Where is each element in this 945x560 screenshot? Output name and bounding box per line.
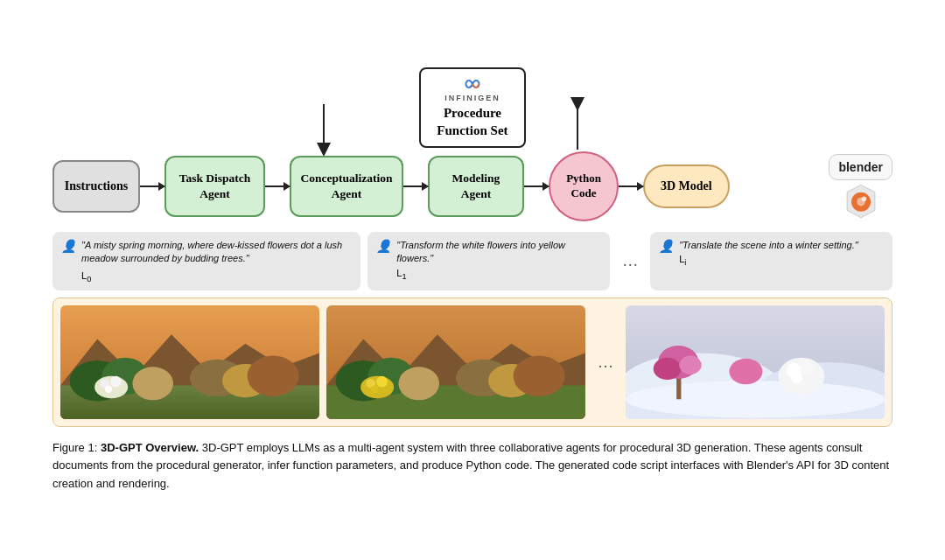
- images-row: …: [52, 298, 892, 427]
- bubble-label-1: L0: [81, 270, 91, 281]
- bubbles-row: 👤 "A misty spring morning, where dew-kis…: [52, 232, 892, 290]
- svg-point-17: [248, 356, 299, 397]
- modeling-node: Modeling Agent: [428, 156, 524, 217]
- flow-wrapper: Instructions Task Dispatch Agent Concept…: [52, 148, 892, 221]
- scene-image-2: [326, 305, 585, 419]
- bubble-3: 👤 "Translate the scene into a winter set…: [650, 232, 892, 290]
- svg-point-26: [376, 376, 388, 388]
- procedure-function-set-box: INFINIGEN Procedure Function Set: [419, 67, 525, 148]
- scene-image-3: [626, 305, 885, 419]
- svg-point-44: [729, 359, 762, 385]
- blender-name: blender: [829, 154, 892, 180]
- bubble-text-2: "Transform the white flowers into yellow…: [396, 240, 565, 263]
- svg-point-14: [105, 386, 112, 393]
- bubble-1: 👤 "A misty spring morning, where dew-kis…: [52, 232, 360, 290]
- svg-point-43: [791, 373, 802, 384]
- arrow-3: [403, 186, 428, 187]
- person-icon-1: 👤: [61, 239, 76, 254]
- svg-point-38: [654, 358, 682, 380]
- proc-line1: Procedure: [437, 105, 508, 122]
- bubble-text-3: "Translate the scene into a winter setti…: [679, 240, 858, 250]
- bubble-label-3: Li: [679, 254, 686, 264]
- infinigen-label: INFINIGEN: [437, 94, 508, 104]
- svg-point-10: [132, 368, 173, 401]
- svg-point-23: [398, 368, 439, 401]
- flow-row: Instructions Task Dispatch Agent Concept…: [52, 148, 892, 221]
- task-dispatch-node: Task Dispatch Agent: [164, 156, 265, 217]
- figure-label: Figure 1:: [52, 441, 97, 454]
- blender-logo: blender: [829, 154, 892, 219]
- 3d-model-node: 3D Model: [643, 164, 730, 208]
- arrow-4: [524, 186, 549, 187]
- arrow-5: [619, 186, 643, 187]
- svg-point-27: [371, 386, 378, 393]
- caption-title: 3D-GPT Overview.: [101, 441, 199, 454]
- python-code-node: Python Code: [549, 151, 619, 221]
- blender-icon: [844, 184, 878, 219]
- diagram: INFINIGEN Procedure Function Set: [52, 67, 892, 427]
- arrow-1: [140, 186, 164, 187]
- svg-point-42: [801, 362, 814, 375]
- bubble-2: 👤 "Transform the white flowers into yell…: [368, 232, 610, 290]
- bubble-label-2: L1: [396, 268, 406, 278]
- figure-caption: Figure 1: 3D-GPT Overview. 3D-GPT employ…: [52, 439, 892, 492]
- svg-point-13: [110, 376, 122, 388]
- instructions-node: Instructions: [52, 160, 140, 213]
- svg-point-39: [679, 356, 701, 374]
- scene-image-1: [60, 305, 319, 419]
- svg-point-35: [626, 381, 885, 417]
- image-dots: …: [592, 354, 619, 372]
- proc-line2: Function Set: [437, 122, 508, 140]
- svg-point-4: [861, 196, 866, 201]
- person-icon-3: 👤: [659, 239, 674, 254]
- arrow-2: [265, 186, 290, 187]
- conceptualization-node: Conceptualization Agent: [290, 156, 403, 217]
- bubble-dots: …: [617, 232, 643, 290]
- bubble-text-1: "A misty spring morning, where dew-kisse…: [81, 240, 342, 263]
- person-icon-2: 👤: [376, 239, 391, 254]
- svg-point-30: [514, 356, 565, 397]
- main-container: INFINIGEN Procedure Function Set: [52, 50, 892, 509]
